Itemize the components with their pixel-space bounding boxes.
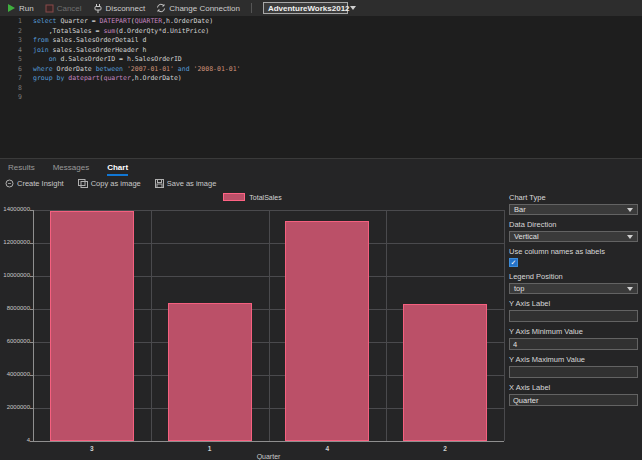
x-axis-label-input[interactable] — [509, 394, 638, 406]
y-axis-line — [33, 210, 34, 441]
use-column-names-label: Use column names as labels — [509, 247, 638, 256]
chart-plot: 1400000012000000100000008000000600000040… — [0, 192, 505, 460]
chart-legend[interactable]: TotalSales — [0, 193, 505, 201]
check-icon: ✓ — [511, 259, 517, 266]
y-axis-tick-label: 12000000 — [0, 239, 30, 245]
play-icon — [7, 3, 16, 13]
chart-type-value: Bar — [514, 205, 526, 214]
gridline-vertical — [386, 210, 387, 441]
x-axis-tick-label: 4 — [307, 445, 347, 452]
chart-type-select[interactable]: Bar — [509, 204, 638, 215]
code-line[interactable]: 4join sales.SalesOrderHeader h — [0, 46, 642, 56]
code-line[interactable]: 7group by datepart(quarter,h.OrderDate) — [0, 74, 642, 84]
legend-position-select[interactable]: top — [509, 283, 638, 294]
code-text: group by datepart(quarter,h.OrderDate) — [22, 74, 182, 82]
copy-image-icon — [78, 179, 88, 188]
gridline-vertical — [269, 210, 270, 441]
line-number: 9 — [0, 93, 22, 103]
cancel-button[interactable]: Cancel — [45, 4, 82, 13]
results-tab-strip: Results Messages Chart — [0, 159, 642, 176]
y-axis-tick-label: 10000000 — [0, 272, 30, 278]
disconnect-button[interactable]: Disconnect — [93, 3, 146, 14]
y-axis-tick-label: 6000000 — [0, 338, 30, 344]
code-text — [22, 93, 33, 101]
code-text — [22, 84, 33, 92]
code-line[interactable]: 6where OrderDate between '2007-01-01' an… — [0, 65, 642, 75]
editor-toolbar: Run Cancel Disconnect Change Con — [0, 0, 642, 16]
bar-quarter-3[interactable] — [50, 211, 134, 441]
create-insight-label: Create Insight — [17, 179, 64, 188]
copy-as-image-label: Copy as image — [91, 179, 141, 188]
chart-area: 1400000012000000100000008000000600000040… — [0, 192, 505, 460]
save-as-image-button[interactable]: Save as image — [155, 179, 217, 188]
insight-icon — [5, 179, 14, 188]
line-number: 7 — [0, 74, 22, 84]
y-axis-tick-label: 4 — [0, 437, 30, 443]
y-axis-min-input[interactable] — [509, 338, 638, 350]
y-axis-label-input[interactable] — [509, 310, 638, 322]
disconnect-label: Disconnect — [106, 4, 146, 13]
copy-as-image-button[interactable]: Copy as image — [78, 179, 141, 188]
data-direction-select[interactable]: Vertical — [509, 231, 638, 242]
bar-quarter-2[interactable] — [403, 304, 487, 441]
bar-quarter-1[interactable] — [168, 303, 252, 441]
code-text: where OrderDate between '2007-01-01' and… — [22, 65, 240, 73]
line-number: 1 — [0, 17, 22, 27]
sql-editor[interactable]: 1select Quarter = DATEPART(QUARTER,h.Ord… — [0, 16, 642, 158]
y-axis-min-label: Y Axis Minimum Value — [509, 327, 638, 336]
legend-swatch — [223, 193, 245, 201]
bar-quarter-4[interactable] — [285, 221, 369, 441]
line-number: 5 — [0, 55, 22, 65]
chevron-down-icon — [627, 208, 633, 212]
save-as-image-label: Save as image — [167, 179, 217, 188]
code-line[interactable]: 5 on d.SalesOrderID = h.SalesOrderID — [0, 55, 642, 65]
line-number: 2 — [0, 27, 22, 37]
stop-icon — [45, 4, 54, 13]
query-editor-window: Run Cancel Disconnect Change Con — [0, 0, 642, 460]
y-axis-tick-label: 4000000 — [0, 371, 30, 377]
code-text: ,TotalSales = sum(d.OrderQty*d.UnitPrice… — [22, 27, 209, 35]
code-line[interactable]: 1select Quarter = DATEPART(QUARTER,h.Ord… — [0, 17, 642, 27]
y-axis-tick-label: 8000000 — [0, 305, 30, 311]
code-text: from sales.SalesOrderDetail d — [22, 36, 147, 44]
y-axis-tick-label: 2000000 — [0, 404, 30, 410]
code-line[interactable]: 2 ,TotalSales = sum(d.OrderQty*d.UnitPri… — [0, 27, 642, 37]
change-connection-button[interactable]: Change Connection — [156, 3, 240, 13]
data-direction-value: Vertical — [514, 232, 539, 241]
y-axis-max-input[interactable] — [509, 366, 638, 378]
line-number: 8 — [0, 84, 22, 94]
tab-chart[interactable]: Chart — [107, 163, 128, 176]
database-name: AdventureWorks2012 — [268, 4, 350, 13]
y-axis-label-label: Y Axis Label — [509, 299, 638, 308]
code-line[interactable]: 8 — [0, 84, 642, 94]
gridline-vertical — [151, 210, 152, 441]
data-direction-label: Data Direction — [509, 220, 638, 229]
run-button[interactable]: Run — [7, 3, 34, 13]
x-axis-line — [33, 441, 504, 442]
line-number: 4 — [0, 46, 22, 56]
code-text: on d.SalesOrderID = h.SalesOrderID — [22, 55, 182, 63]
chart-type-label: Chart Type — [509, 193, 638, 202]
code-text: join sales.SalesOrderHeader h — [22, 46, 147, 54]
chevron-down-icon — [627, 235, 633, 239]
x-axis-tick-label: 3 — [72, 445, 112, 452]
tab-messages[interactable]: Messages — [53, 163, 89, 176]
code-line[interactable]: 3from sales.SalesOrderDetail d — [0, 36, 642, 46]
database-dropdown[interactable]: AdventureWorks2012 — [263, 2, 348, 14]
x-axis-tick-label: 2 — [425, 445, 465, 452]
y-axis-max-label: Y Axis Maximum Value — [509, 355, 638, 364]
code-line[interactable]: 9 — [0, 93, 642, 103]
line-number: 6 — [0, 65, 22, 75]
connection-swap-icon — [156, 3, 166, 13]
x-axis-label-label: X Axis Label — [509, 383, 638, 392]
chevron-down-icon — [350, 6, 356, 10]
code-lines: 1select Quarter = DATEPART(QUARTER,h.Ord… — [0, 17, 642, 103]
legend-position-label: Legend Position — [509, 272, 638, 281]
change-connection-label: Change Connection — [169, 4, 240, 13]
chevron-down-icon — [627, 287, 633, 291]
create-insight-button[interactable]: Create Insight — [5, 179, 64, 188]
results-panel-header: Results Messages Chart Create Insight Co… — [0, 158, 642, 192]
plug-icon — [93, 3, 103, 14]
use-column-names-checkbox[interactable]: ✓ — [509, 258, 518, 267]
tab-results[interactable]: Results — [8, 163, 35, 176]
